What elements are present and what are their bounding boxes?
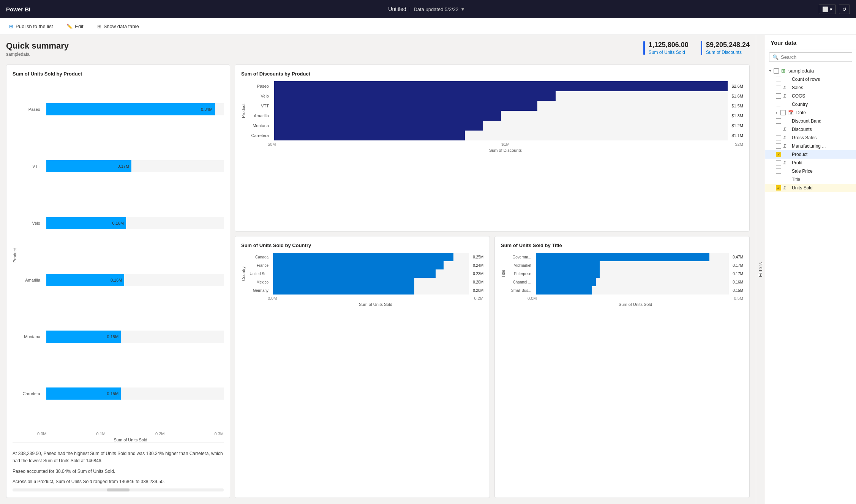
topbar-center: Untitled | Data updated 5/2/22 ▾	[33, 6, 819, 12]
search-icon: 🔍	[772, 54, 779, 60]
summary-title-block: Quick summary sampledata	[6, 41, 69, 57]
refresh-button[interactable]: ↺	[839, 5, 850, 14]
kpi-text-2: $9,205,248.24 Sum of Discounts	[706, 41, 750, 55]
sidebar-item-gross-sales[interactable]: Σ Gross Sales	[765, 134, 856, 142]
sidebar-item-date[interactable]: › 📅 Date	[765, 109, 856, 117]
publish-icon: ⊞	[9, 24, 13, 29]
gross-sales-checkbox[interactable]	[776, 135, 781, 140]
sidebar-item-profit[interactable]: Σ Profit	[765, 159, 856, 167]
sigma-icon: Σ	[783, 127, 790, 132]
chart-units-product-title: Sum of Units Sold by Product	[13, 71, 224, 77]
edit-button[interactable]: ✏️ Edit	[63, 22, 86, 31]
search-input[interactable]	[781, 54, 849, 60]
calendar-icon: 📅	[788, 110, 794, 115]
manufacturing-checkbox[interactable]	[776, 143, 781, 149]
product-checkbox[interactable]	[776, 152, 781, 157]
toolbar: ⊞ Publish to the list ✏️ Edit ⊞ Show dat…	[0, 18, 856, 35]
x-ticks-discounts: $0M $1M $2M	[268, 140, 743, 146]
charts-grid: Sum of Units Sold by Product Product Pas…	[6, 65, 750, 498]
table-row: Velo 0.16M	[19, 217, 224, 229]
datasource-label: sampledata	[6, 52, 69, 57]
tree-parent-sampledata[interactable]: ▾ ⊞ sampledata	[765, 66, 856, 75]
title-checkbox[interactable]	[776, 177, 781, 182]
chart-title-title: Sum of Units Sold by Title	[501, 243, 743, 248]
h-bar-country: Country Canada 0.25M	[241, 253, 483, 307]
table-row: Canada 0.25M	[247, 253, 483, 261]
sidebar-item-cogs[interactable]: Σ COGS	[765, 92, 856, 100]
filters-panel[interactable]: Filters	[756, 35, 765, 504]
sidebar-item-count-of-rows[interactable]: Count of rows	[765, 75, 856, 83]
scroll-thumb[interactable]	[107, 488, 130, 491]
table-row: Amarilla $1.3M	[247, 111, 743, 121]
table-row: Mexico 0.20M	[247, 278, 483, 286]
expand-icon: ›	[776, 110, 777, 115]
chart-discounts-title: Sum of Discounts by Product	[241, 71, 743, 77]
sidebar-item-product[interactable]: Product	[765, 150, 856, 159]
y-axis-container: Product	[13, 81, 19, 429]
sales-checkbox[interactable]	[776, 85, 781, 90]
h-bar-title: Title Governm... 0.47M	[501, 253, 743, 307]
sidebar-item-title[interactable]: Title	[765, 175, 856, 184]
country-checkbox[interactable]	[776, 102, 781, 107]
units-sold-checkbox[interactable]	[776, 185, 781, 191]
table-row: France 0.24M	[247, 261, 483, 269]
profit-checkbox[interactable]	[776, 160, 781, 165]
kpi1-label: Sum of Units Sold	[649, 50, 689, 55]
kpi-accent-2	[701, 41, 702, 55]
x-axis-ticks: 0.0M 0.1M 0.2M 0.3M	[37, 429, 224, 436]
sidebar-item-discounts[interactable]: Σ Discounts	[765, 125, 856, 134]
table-icon: ⊞	[97, 24, 101, 29]
search-box[interactable]: 🔍	[769, 52, 852, 62]
table-data-icon: ⊞	[781, 68, 785, 74]
insight-text-3: Across all 6 Product, Sum of Units Sold …	[13, 478, 224, 485]
bar-chart-units-product: Product Paseo 0.34M	[13, 81, 224, 442]
chart-units-by-title: Sum of Units Sold by Title Title Governm…	[494, 236, 750, 498]
chart-discounts-by-product: Sum of Discounts by Product Product Pase…	[235, 65, 750, 232]
show-data-button[interactable]: ⊞ Show data table	[94, 22, 142, 31]
scroll-bar[interactable]	[13, 488, 224, 491]
discounts-checkbox[interactable]	[776, 127, 781, 132]
chart-bottom-row: Sum of Units Sold by Country Country Can…	[235, 236, 750, 498]
x-axis-label: Sum of Units Sold	[37, 438, 224, 442]
discount-band-checkbox[interactable]	[776, 118, 781, 124]
chart-units-by-product: Sum of Units Sold by Product Product Pas…	[6, 65, 230, 498]
table-row: Carretera $1.1M	[247, 131, 743, 140]
sidebar-item-sale-price[interactable]: Sale Price	[765, 167, 856, 175]
table-row: United St... 0.23M	[247, 269, 483, 278]
window-button[interactable]: ⬜ ▾	[819, 5, 836, 14]
table-row: Governm... 0.47M	[507, 253, 743, 261]
sale-price-checkbox[interactable]	[776, 169, 781, 174]
date-checkbox[interactable]	[780, 110, 786, 115]
insight-text-2: Paseo accounted for 30.04% of Sum of Uni…	[13, 468, 224, 475]
sampledata-checkbox[interactable]	[774, 68, 779, 74]
page-title: Quick summary	[6, 41, 69, 51]
y-axis-country: Country	[241, 266, 246, 281]
x-ticks-title-chart: 0.0M 0.5M	[527, 295, 743, 301]
x-label-title-chart: Sum of Units Sold	[527, 302, 743, 307]
kpi-text-1: 1,125,806.00 Sum of Units Sold	[649, 41, 689, 55]
sigma-icon: Σ	[783, 93, 790, 99]
y-axis-label: Product	[13, 248, 17, 263]
table-row: VTT 0.17M	[19, 160, 224, 172]
table-row: Amarilla 0.16M	[19, 274, 224, 286]
sigma-icon: Σ	[783, 160, 790, 165]
sidebar-item-manufacturing[interactable]: Σ Manufacturing ...	[765, 142, 856, 150]
publish-button[interactable]: ⊞ Publish to the list	[6, 22, 56, 31]
x-ticks-country: 0.0M 0.2M	[268, 295, 483, 301]
sidebar-item-units-sold[interactable]: Σ Units Sold	[765, 184, 856, 192]
sidebar-item-discount-band[interactable]: Discount Band	[765, 117, 856, 125]
sigma-icon: Σ	[783, 135, 790, 140]
sidebar-item-country[interactable]: Country	[765, 100, 856, 109]
sampledata-label: sampledata	[788, 68, 814, 74]
kpi2-label: Sum of Discounts	[706, 50, 750, 55]
edit-label: Edit	[75, 24, 83, 29]
chart-right-col: Sum of Discounts by Product Product Pase…	[235, 65, 750, 498]
sidebar-item-sales[interactable]: Σ Sales	[765, 83, 856, 92]
chevron-icon[interactable]: ▾	[461, 6, 464, 12]
content-area: Quick summary sampledata 1,125,806.00 Su…	[0, 35, 756, 504]
chart-units-by-country: Sum of Units Sold by Country Country Can…	[235, 236, 490, 498]
table-row: Paseo 0.34M	[19, 103, 224, 115]
count-rows-checkbox[interactable]	[776, 77, 781, 82]
bar-rows-container: Paseo 0.34M VTT	[19, 81, 224, 429]
cogs-checkbox[interactable]	[776, 93, 781, 99]
